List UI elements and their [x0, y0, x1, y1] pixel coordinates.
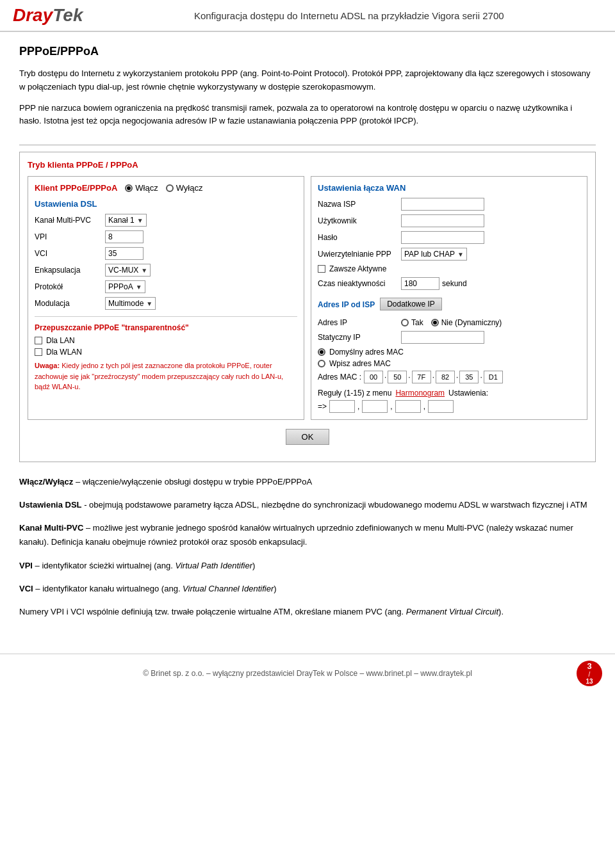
enkapsulacja-row: Enkapsulacja VC-MUX ▼: [35, 264, 297, 277]
czas-input[interactable]: [401, 277, 439, 290]
dodatkowe-ip-button[interactable]: Dodatkowe IP: [380, 298, 442, 310]
dla-wlan-label: Dla WLAN: [46, 348, 82, 357]
dla-wlan-checkbox[interactable]: [35, 348, 42, 356]
pvc-italic: Permanent Virtual Circuit: [406, 607, 498, 616]
warning-text: Uwaga: Kiedy jedno z tych pól jest zazna…: [35, 360, 297, 392]
nazwa-isp-label: Nazwa ISP: [318, 200, 401, 209]
mac-part-1[interactable]: [364, 371, 383, 383]
domyslny-mac-radio[interactable]: [318, 348, 325, 356]
ustawienia-label: Ustawienia:: [448, 389, 488, 398]
wpisz-mac-radio[interactable]: [318, 360, 325, 367]
dla-wlan-row[interactable]: Dla WLAN: [35, 348, 297, 357]
page-separator: /: [589, 671, 591, 678]
page-current: 3: [587, 661, 591, 671]
radio-nie[interactable]: Nie (Dynamiczny): [431, 318, 502, 327]
dsl-title: Ustawienia DSL: [35, 199, 297, 209]
radio-tak[interactable]: Tak: [401, 318, 423, 327]
vci-control: [105, 247, 144, 260]
dla-lan-label: Dla LAN: [46, 336, 75, 345]
enkapsulacja-arrow: ▼: [141, 267, 147, 274]
uwierzytelnianie-row: Uwierzytelnianie PPP PAP lub CHAP ▼: [318, 248, 580, 261]
desc-numery: Numery VPI i VCI wspólnie definiują tzw.…: [19, 605, 596, 619]
transparency-title: Przepuszczanie PPPoE "transparentność": [35, 323, 297, 332]
mac-part-6[interactable]: [484, 371, 503, 383]
zawsze-aktywne-row[interactable]: Zawsze Aktywne: [318, 264, 580, 273]
radio-wylacz[interactable]: Wyłącz: [166, 183, 203, 193]
desc-dsl: Ustawienia DSL - obejmują podstawowe par…: [19, 498, 596, 512]
vci-rest: – identyfikator kanału wirtualnego (ang.…: [35, 584, 276, 593]
ok-row: OK: [28, 429, 587, 445]
domyslny-mac-row[interactable]: Domyślny adres MAC: [318, 348, 580, 357]
footer-copyright: © Brinet sp. z o.o. – wyłączny przedstaw…: [38, 669, 577, 678]
mac-part-3[interactable]: [412, 371, 431, 383]
vpi-input[interactable]: [105, 230, 144, 243]
config-columns: Klient PPPoE/PPPoA Włącz Wyłącz: [28, 176, 587, 420]
rule-input-4[interactable]: [428, 400, 454, 413]
dla-lan-row[interactable]: Dla LAN: [35, 336, 297, 345]
vci-italic: Virtual Channel Identifier: [183, 584, 274, 593]
logo: DrayTek: [13, 5, 83, 26]
page-total: 13: [586, 678, 593, 685]
uzytkownik-row: Użytkownik: [318, 214, 580, 227]
modulacja-select[interactable]: Multimode ▼: [105, 297, 156, 310]
warning-bold: Uwaga:: [35, 362, 60, 369]
logo-tek: Tek: [53, 5, 83, 25]
protokol-label: Protokół: [35, 282, 105, 291]
modulacja-arrow: ▼: [146, 300, 152, 307]
enkapsulacja-select[interactable]: VC-MUX ▼: [105, 264, 151, 277]
haslo-input[interactable]: [401, 231, 484, 244]
uwierzytelnianie-select[interactable]: PAP lub CHAP ▼: [401, 248, 467, 261]
uzytkownik-input[interactable]: [401, 214, 484, 227]
right-column: Ustawienia łącza WAN Nazwa ISP Użytkowni…: [311, 176, 587, 420]
intro-paragraph-2: PPP nie narzuca bowiem ograniczenia na p…: [19, 102, 596, 129]
dla-lan-checkbox[interactable]: [35, 337, 42, 344]
mac-part-2[interactable]: [388, 371, 407, 383]
desc-vpi: VPI – identyfikator ścieżki wirtualnej (…: [19, 559, 596, 573]
client-label: Klient PPPoE/PPPoA: [35, 183, 117, 193]
enkapsulacja-control: VC-MUX ▼: [105, 264, 151, 277]
ok-button[interactable]: OK: [286, 429, 330, 445]
zawsze-aktywne-checkbox[interactable]: [318, 265, 325, 273]
rule-input-3[interactable]: [395, 400, 421, 413]
kanal-row: Kanał Multi-PVC Kanał 1 ▼: [35, 214, 297, 227]
rule-input-1[interactable]: [329, 400, 355, 413]
statyczny-ip-row: Statyczny IP: [318, 331, 580, 344]
vci-bold: VCI: [19, 584, 33, 593]
kanal-bold: Kanał Multi-PVC: [19, 523, 83, 533]
page-badge: 3 / 13: [577, 661, 602, 686]
enkapsulacja-label: Enkapsulacja: [35, 266, 105, 275]
protokol-select[interactable]: PPPoA ▼: [105, 280, 145, 293]
nazwa-isp-input[interactable]: [401, 198, 484, 211]
reguly-label: Reguły (1-15) z menu: [318, 389, 391, 398]
arrow-label: =>: [318, 402, 327, 411]
arrow-row: => , , ,: [318, 400, 580, 413]
rule-input-2[interactable]: [362, 400, 388, 413]
radio-wlacz[interactable]: Włącz: [125, 183, 158, 193]
dsl-rest: - obejmują podstawowe parametry łącza AD…: [84, 500, 587, 510]
numery-text: Numery VPI i VCI wspólnie definiują tzw.…: [19, 607, 504, 616]
vci-input[interactable]: [105, 247, 144, 260]
page-content: PPPoE/PPPoA Tryb dostępu do Internetu z …: [0, 32, 615, 641]
warning-content: Kiedy jedno z tych pól jest zaznaczone d…: [35, 362, 283, 390]
client-row: Klient PPPoE/PPPoA Włącz Wyłącz: [35, 183, 297, 193]
mac-part-5[interactable]: [459, 371, 479, 383]
domyslny-mac-label: Domyślny adres MAC: [329, 348, 404, 357]
logo-dray: Dray: [13, 5, 53, 25]
client-radio-group: Włącz Wyłącz: [125, 183, 202, 193]
adres-ip-radio-group: Tak Nie (Dynamiczny): [401, 318, 502, 327]
harmonogram-link[interactable]: Harmonogram: [395, 389, 445, 398]
kanal-select[interactable]: Kanał 1 ▼: [105, 214, 147, 227]
statyczny-ip-input[interactable]: [401, 331, 484, 344]
mac-part-4[interactable]: [436, 371, 455, 383]
uzytkownik-label: Użytkownik: [318, 216, 401, 225]
kanal-dropdown-arrow: ▼: [137, 217, 144, 224]
wpisz-mac-row[interactable]: Wpisz adres MAC: [318, 359, 580, 368]
protokol-row: Protokół PPPoA ▼: [35, 280, 297, 293]
radio-wlacz-circle: [125, 184, 133, 192]
adres-ip-row: Adres IP Tak Nie (Dynamiczny): [318, 318, 580, 327]
mac-address-row: Adres MAC : · · · · ·: [318, 371, 580, 383]
protokol-value: PPPoA: [108, 282, 133, 291]
config-box: Tryb klienta PPPoE / PPPoA Klient PPPoE/…: [19, 152, 596, 462]
modulacja-label: Modulacja: [35, 299, 105, 308]
wlacz-rest: – włączenie/wyłączenie obsługi dostępu w…: [76, 477, 312, 486]
